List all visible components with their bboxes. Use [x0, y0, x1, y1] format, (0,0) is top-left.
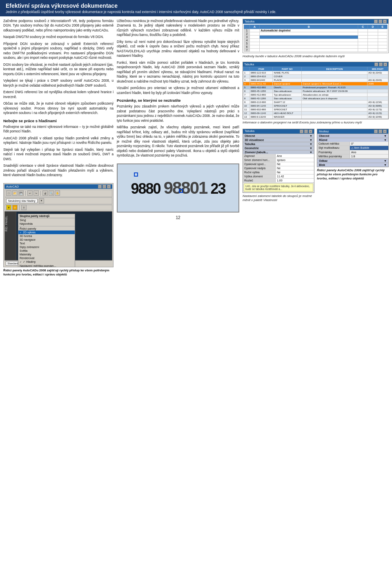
props-label-zapnout: Zapnout — [243, 154, 276, 158]
props-sec-obecne[interactable]: Obecné ▼ — [243, 134, 314, 138]
dt-r4-desc: Datové spojení k: Microsoft Excel 2... — [302, 82, 368, 86]
dt-r9-no: 9 — [243, 101, 250, 104]
menu-2d[interactable]: 2D výkres — [18, 231, 75, 234]
modkaz-close[interactable]: × — [383, 130, 387, 133]
modkaz-panel-area: Modkaz − □ × Obecné ▼ — [317, 129, 389, 202]
menu-hladiny[interactable]: ✓ Hladiny — [18, 260, 75, 264]
data-table-area: Tabulka − □ × ITEM PART NO — [243, 62, 389, 125]
tb-y[interactable]: Y — [6, 205, 11, 210]
modkaz-sec-ruzne[interactable]: Různé ▼ — [317, 138, 388, 142]
tb-undo[interactable]: ↩ — [27, 190, 33, 196]
ac-row-4: 4 — [244, 38, 388, 42]
close-btn[interactable]: × — [107, 185, 111, 188]
dt-max[interactable]: □ — [379, 63, 383, 66]
number-part3: 23 — [210, 180, 225, 197]
mid-para3: Funkcí, která vám může pomoci udržet poř… — [117, 60, 239, 84]
tab-min-btn[interactable]: − — [374, 20, 378, 23]
props-value-smer[interactable]: spravo — [276, 158, 314, 162]
ac-r5-no: 5 — [244, 42, 250, 45]
modkaz-sec-obecne-arrow: ▼ — [384, 134, 387, 137]
left-screenshot-area: AutoCAD − □ × □ 📂 💾 ↩ ↪ — [3, 183, 114, 277]
props-value-vysvys[interactable]: 11.42 — [276, 175, 314, 178]
props-value-rucvys[interactable]: Ne — [276, 170, 314, 174]
dt-r5-desc: Podrobnosti propojení: Rozsah: A1:E15 — [302, 86, 368, 90]
ac-row-1: 1 Automatické doplnění — [244, 29, 388, 32]
props-value-roztec[interactable]: 1.00 — [276, 179, 314, 182]
tb-0[interactable]: 0 — [21, 205, 27, 210]
state-btn1[interactable]: ▼ — [39, 198, 44, 204]
tb-print[interactable]: 🖨 — [42, 190, 48, 196]
article-subtitle: Jedním z předpokladů úspěšné tvorby výkr… — [6, 10, 386, 15]
menu-text[interactable]: Text — [18, 242, 75, 245]
table-row: 8 0980-43-1280 Stav aktualizace: Obě akt… — [243, 97, 388, 101]
menu-materialy[interactable]: Materiály — [18, 253, 75, 256]
ac-r4-b — [260, 38, 358, 42]
ac-header-row: A B C D E — [244, 25, 388, 29]
modkaz-label-styl: Styl multiodkazu — [317, 146, 350, 150]
menu-renderovat[interactable]: Renderovat — [18, 256, 75, 260]
menu-skryj[interactable]: Skryj — [18, 218, 75, 222]
tb-redo[interactable]: ↪ — [33, 190, 39, 196]
menu-sep — [18, 226, 75, 226]
props-close[interactable]: × — [309, 130, 312, 133]
menu-3d-label: 3D tvorba — [20, 235, 32, 237]
dt-r2-min — [368, 75, 388, 78]
large-number-display: 9880 98801 23 — [131, 179, 225, 197]
tb-save[interactable]: 💾 — [18, 190, 24, 196]
modkaz-value-styl[interactable]: △ Item Bubble — [350, 146, 388, 150]
modkaz-min[interactable]: − — [374, 130, 378, 133]
table-row: 6 0980-45-1280 Stav aktualizace: Posledn… — [243, 90, 388, 93]
props-sec-zlomeni[interactable]: Zlomení (tabulk... ▼ — [243, 150, 314, 154]
tb-zoom[interactable]: 🔍 — [49, 190, 54, 196]
modkaz-value-celk[interactable]: 0" — [350, 142, 388, 145]
dt-header-row: ITEM PART NO DESCRIPTION MIN PART — [243, 67, 388, 71]
menu-meritka[interactable]: Nastavení měřítka poznám... — [18, 264, 75, 267]
dt-close[interactable]: × — [383, 63, 387, 66]
tb-open[interactable]: 📂 — [12, 190, 18, 196]
ac-r1-c — [358, 29, 368, 32]
dt-win-btns: − □ × — [374, 63, 387, 66]
modkaz-value-pozn[interactable]: Ano — [350, 150, 388, 154]
maximize-btn[interactable]: □ — [102, 185, 106, 188]
modkaz-max[interactable]: □ — [379, 130, 382, 133]
ac-r7-c — [358, 48, 368, 51]
modkaz-value-mer[interactable]: 1:8 — [350, 154, 388, 158]
props-max[interactable]: □ — [304, 130, 308, 133]
autocomplete-tbody: 1 Automatické doplnění 2 — [244, 29, 388, 51]
menu-text-label: Text — [20, 242, 25, 245]
menu-materialy-label: Materiály — [20, 253, 31, 256]
ac-r3-c — [358, 35, 368, 38]
modkaz-sec-obecne[interactable]: Obecné ▼ — [317, 134, 388, 138]
menu-napoveda[interactable]: Nápověda — [18, 222, 75, 226]
props-sec-tabulka[interactable]: Tabulka ▼ — [243, 142, 314, 146]
menu-svetla[interactable]: Světla — [18, 249, 75, 253]
table-row: 3 0980-941440 PLACE AD-9(-2343) — [243, 78, 388, 82]
props-value-opaknadpis[interactable]: Ne — [276, 166, 314, 170]
minimize-btn[interactable]: − — [98, 185, 102, 188]
ac-r2-a — [250, 32, 260, 35]
props-row-opaknadpis: Opakovat nadpis Ne — [243, 166, 314, 170]
props-min[interactable]: − — [300, 130, 303, 133]
page-number: 12 — [117, 214, 239, 221]
ac-row-5: 5 — [244, 42, 388, 45]
props-sec-3d[interactable]: 3D vizualizace ▼ — [243, 138, 314, 142]
tb-o[interactable]: O — [12, 205, 18, 210]
props-value-opakspod[interactable]: Ne — [276, 162, 314, 166]
menu-svetla-label: Světla — [20, 249, 27, 252]
props-sec-geometrie[interactable]: Geometrie ▼ — [243, 146, 314, 150]
data-table: ITEM PART NO DESCRIPTION MIN PART 1 0880… — [243, 67, 388, 119]
dt-r9-part: SHAFT 12 — [273, 101, 302, 104]
tab-max-btn[interactable]: □ — [379, 20, 382, 23]
tab-close-btn[interactable]: × — [383, 20, 387, 23]
menu-3dnav[interactable]: 3D navigace — [18, 238, 75, 242]
menu-skryj-label: Skryj — [20, 219, 26, 222]
props-value-zapnout[interactable]: Ano — [276, 154, 314, 158]
modkaz-sec-blok[interactable]: Blok ▼ — [317, 163, 388, 167]
tb-pan[interactable]: ✋ — [55, 190, 60, 196]
menu-styly[interactable]: Styly zobrazení — [18, 245, 75, 249]
menu-ridici[interactable]: Řídicí panely — [18, 227, 75, 231]
tb-new[interactable]: □ — [6, 190, 11, 196]
dt-min[interactable]: − — [374, 63, 378, 66]
modkaz-sec-odkaz[interactable]: Odkaz ▼ — [317, 159, 388, 163]
menu-3d[interactable]: 3D tvorba — [18, 234, 75, 238]
